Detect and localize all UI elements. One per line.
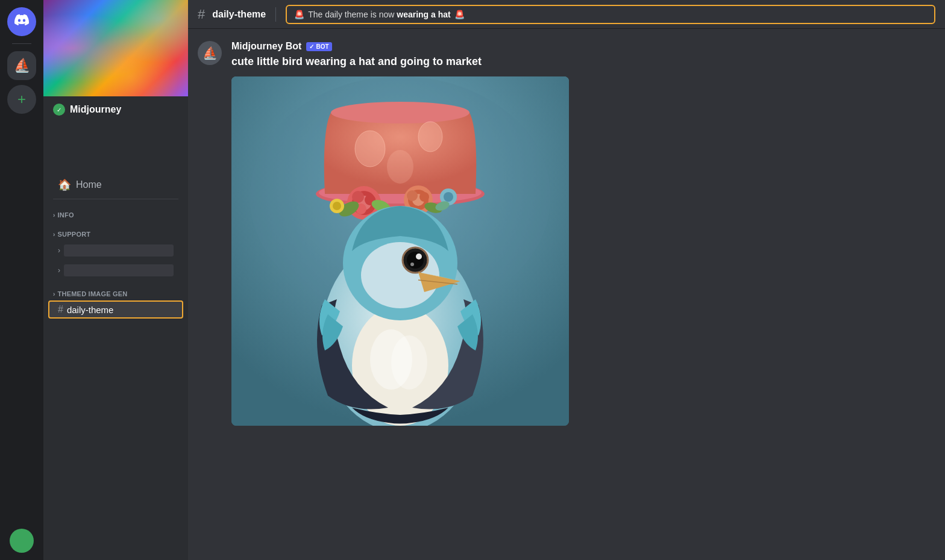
category-themed-arrow: › (53, 291, 55, 297)
header-divider (275, 7, 276, 22)
discord-home-icon[interactable] (7, 7, 36, 36)
message-image (231, 76, 569, 426)
bot-badge-check: ✓ (309, 43, 314, 50)
svg-point-23 (444, 192, 453, 202)
svg-point-5 (355, 131, 385, 167)
category-themed-image-gen[interactable]: › THEMED IMAGE GEN (43, 281, 188, 300)
green-status-wrapper (10, 529, 34, 553)
server-name: Midjourney (70, 104, 121, 115)
bot-badge-label: BOT (316, 43, 328, 50)
blurred-channel-1-arrow: › (58, 246, 60, 255)
category-support[interactable]: › SUPPORT (43, 221, 188, 240)
messages-area: ⛵ Midjourney Bot ✓ BOT cute little bird … (188, 29, 945, 560)
server-banner (43, 0, 188, 96)
svg-point-7 (387, 150, 413, 184)
channel-topic-box: 🚨 The daily theme is now wearing a hat 🚨 (286, 5, 935, 24)
svg-point-32 (407, 252, 424, 269)
add-server-icon[interactable]: + (7, 85, 36, 114)
svg-point-19 (407, 190, 418, 201)
home-label: Home (76, 179, 102, 190)
discord-server-icon-wrapper (7, 7, 36, 36)
message-text: cute little bird wearing a hat and going… (231, 54, 935, 69)
boat-emoji: ⛵ (14, 58, 30, 73)
server-header: ✓ Midjourney (43, 0, 188, 169)
message-content-wrapper: Midjourney Bot ✓ BOT cute little bird we… (231, 41, 935, 426)
bot-badge: ✓ BOT (306, 42, 331, 51)
category-info[interactable]: › INFO (43, 202, 188, 221)
channel-topic-text: The daily theme is now wearing a hat (308, 10, 451, 19)
bottom-icons (10, 529, 34, 553)
category-support-label: SUPPORT (58, 231, 91, 238)
topic-emoji-left: 🚨 (294, 10, 304, 19)
blurred-channel-2 (64, 264, 174, 276)
bot-avatar: ⛵ (198, 41, 222, 65)
channel-header-hash: # (198, 7, 205, 22)
svg-point-4 (331, 102, 469, 123)
discord-logo (14, 13, 29, 31)
midjourney-server-icon[interactable]: ⛵ (7, 51, 36, 80)
svg-point-20 (419, 192, 429, 202)
blurred-channel-2-arrow: › (58, 266, 60, 275)
verified-check-icon: ✓ (53, 104, 65, 116)
blurred-channel-1 (64, 244, 174, 257)
svg-point-26 (333, 202, 341, 210)
category-support-arrow: › (53, 231, 55, 238)
channel-hash-icon: # (58, 304, 63, 315)
channel-daily-theme-label: daily-theme (67, 305, 114, 315)
channel-list: 🏠 Home › INFO › SUPPORT › › › THEMED IMA… (43, 169, 188, 560)
plus-icon: + (17, 91, 26, 108)
svg-point-33 (416, 254, 422, 260)
svg-point-6 (418, 122, 442, 152)
channel-header: # daily-theme 🚨 The daily theme is now w… (188, 0, 945, 29)
channel-item-daily-theme[interactable]: # daily-theme (48, 300, 183, 319)
bot-avatar-emoji: ⛵ (202, 46, 218, 60)
channel-header-name: daily-theme (212, 9, 266, 20)
channel-sidebar: ✓ Midjourney 🏠 Home › INFO › SUPPORT › › (43, 0, 188, 560)
home-nav-item[interactable]: 🏠 Home (48, 173, 183, 196)
svg-point-11 (352, 191, 364, 203)
channel-item-blurred-2[interactable]: › (48, 261, 183, 280)
server-list: ⛵ + (0, 0, 43, 560)
message-group: ⛵ Midjourney Bot ✓ BOT cute little bird … (198, 39, 935, 428)
server-name-area[interactable]: ✓ Midjourney (43, 96, 188, 123)
midjourney-server-icon-wrapper: ⛵ (7, 51, 36, 80)
home-icon: 🏠 (58, 178, 71, 191)
message-author-line: Midjourney Bot ✓ BOT (231, 41, 935, 52)
topic-bold-text: wearing a hat (397, 10, 450, 19)
main-content: # daily-theme 🚨 The daily theme is now w… (188, 0, 945, 560)
channel-item-blurred-1[interactable]: › (48, 241, 183, 260)
category-info-label: INFO (58, 211, 74, 219)
category-themed-label: THEMED IMAGE GEN (58, 290, 128, 297)
server-list-divider (12, 43, 31, 44)
author-name: Midjourney Bot (231, 41, 301, 52)
bird-illustration (231, 76, 569, 426)
svg-point-34 (410, 263, 414, 266)
bird-scene (231, 76, 569, 426)
category-info-arrow: › (53, 212, 55, 219)
green-status-icon[interactable] (10, 529, 34, 553)
topic-emoji-right: 🚨 (454, 10, 465, 19)
sidebar-divider (53, 199, 178, 199)
topic-plain-text: The daily theme is now (308, 10, 397, 19)
svg-point-38 (391, 335, 427, 390)
